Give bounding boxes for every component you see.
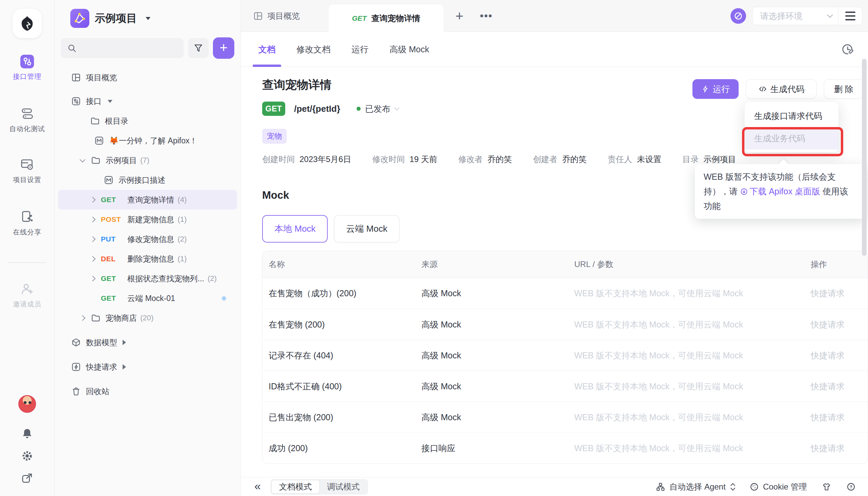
doc-tab-label: 修改文档 [297, 44, 330, 55]
tab-cloud-mock[interactable]: 云端 Mock [334, 215, 399, 243]
quick-request-link[interactable]: 快捷请求 [803, 350, 868, 361]
filter-button[interactable] [188, 38, 208, 58]
chevron-icon[interactable] [89, 257, 101, 261]
chevron-icon[interactable] [89, 198, 101, 202]
cookie-icon [749, 482, 759, 492]
doc-mode-button[interactable]: 文档模式 [271, 480, 319, 494]
scrollbar-thumb[interactable] [862, 59, 867, 256]
tree-item-label: 🦊一分钟，了解 Apifox！ [109, 136, 197, 146]
mock-tabs: 本地 Mock 云端 Mock [262, 215, 868, 243]
search-icon [67, 43, 77, 53]
add-button[interactable]: + [213, 37, 234, 59]
tree-item[interactable]: GET 根据状态查找宠物列... (2) [58, 269, 237, 289]
help-button[interactable]: ? [846, 482, 856, 492]
tree-item[interactable]: 根目录 [58, 111, 237, 131]
tree-item-label: 示例项目 [106, 155, 137, 166]
status-selector[interactable]: 已发布 [357, 103, 399, 114]
quick-request-link[interactable]: 快捷请求 [803, 319, 868, 330]
menu-item-request-code[interactable]: 生成接口请求代码 [745, 105, 838, 127]
rail-item-api-management[interactable]: 接口管理 [0, 54, 54, 81]
chevron-icon[interactable] [79, 316, 91, 320]
sidebar-item-quick-requests[interactable]: 快捷请求 [58, 357, 237, 377]
theme-button[interactable] [822, 482, 831, 492]
quick-request-link[interactable]: 快捷请求 [803, 412, 868, 423]
menu-button[interactable] [838, 7, 862, 25]
meta-label: 责任人 [607, 154, 632, 165]
tree-item-label: 删除宠物信息 [127, 254, 174, 264]
markdown-icon [94, 136, 104, 146]
tab-local-mock[interactable]: 本地 Mock [262, 215, 328, 243]
rail-label: 在线分享 [13, 228, 42, 237]
tshirt-icon [822, 482, 831, 492]
tree-item-label: 查询宠物详情 [127, 195, 174, 205]
chevron-icon[interactable] [89, 237, 101, 241]
meta-value: 19 天前 [410, 154, 437, 165]
doc-tab-label: 运行 [351, 44, 368, 55]
sidebar-item-label: 项目概览 [86, 72, 117, 83]
rail-item-online-share[interactable]: 在线分享 [0, 209, 54, 237]
sidebar-item-overview[interactable]: 项目概览 [58, 67, 237, 87]
tree-item[interactable]: POST 新建宠物信息 (1) [58, 210, 237, 229]
settings-button[interactable] [19, 448, 35, 464]
chevron-icon[interactable] [89, 277, 101, 281]
menu-item-business-code[interactable]: 生成业务代码 [745, 127, 838, 150]
rail-item-auto-test[interactable]: 自动化测试 [0, 106, 54, 134]
export-button[interactable] [19, 470, 35, 486]
doc-tab-label: 高级 Mock [390, 44, 429, 55]
environment-select[interactable]: 请选择环境 [753, 7, 838, 25]
history-button[interactable] [841, 32, 854, 67]
run-button[interactable]: 运行 [692, 79, 739, 99]
chevron-icon[interactable] [79, 159, 91, 162]
delete-button[interactable]: 删 除 [824, 79, 864, 99]
tree-item[interactable]: 示例接口描述 [58, 170, 237, 190]
rail-item-project-settings[interactable]: 项目设置 [0, 157, 54, 185]
doc-tab[interactable]: 修改文档 [294, 32, 333, 67]
user-avatar[interactable] [18, 395, 36, 413]
tab-active-endpoint[interactable]: GET 查询宠物详情 [328, 4, 444, 32]
generate-code-button[interactable]: 生成代码 [746, 79, 817, 99]
tree-item[interactable]: 宠物商店 (20) [58, 308, 237, 328]
tree-item[interactable]: GET 查询宠物详情 (4) [58, 190, 237, 210]
chevron-icon[interactable] [89, 217, 101, 221]
mock-url-placeholder: WEB 版不支持本地 Mock，可使用云端 Mock [568, 319, 803, 330]
api-icon [71, 96, 81, 106]
lightning-icon [701, 85, 709, 93]
status-bar-left: « 文档模式 调试模式 [254, 479, 368, 495]
apifox-logo[interactable] [13, 9, 42, 38]
proxy-status-button[interactable] [730, 8, 746, 24]
collapse-sidebar-button[interactable]: « [254, 480, 261, 492]
search-input[interactable] [61, 38, 184, 58]
history-icon [841, 43, 854, 57]
sidebar-item-api-section[interactable]: 接口 [58, 91, 237, 111]
doc-tab[interactable]: 高级 Mock [387, 32, 432, 67]
new-tab-button[interactable]: + [449, 0, 470, 32]
tree-item[interactable]: DEL 删除宠物信息 (1) [58, 249, 237, 269]
sidebar-item-recycle-bin[interactable]: 回收站 [58, 382, 237, 401]
tree-item[interactable]: PUT 修改宠物信息 (2) [58, 229, 237, 249]
environment-placeholder: 请选择环境 [760, 11, 803, 22]
mock-table-header: 名称 来源 URL / 参数 操作 [263, 251, 868, 278]
method-badge: PUT [101, 235, 127, 243]
rail-item-invite-member[interactable]: 邀请成员 [0, 281, 54, 309]
tab-more-button[interactable]: ••• [474, 0, 498, 32]
doc-tab[interactable]: 运行 [349, 32, 371, 67]
download-desktop-link[interactable]: 下载 Apifox 桌面版 [740, 186, 820, 196]
tab-project-overview[interactable]: 项目概览 [253, 0, 300, 32]
tree-item[interactable]: 示例项目 (7) [58, 151, 237, 170]
quick-request-link[interactable]: 快捷请求 [803, 443, 868, 454]
rail-label: 项目设置 [13, 175, 42, 185]
tree-item[interactable]: 🦊一分钟，了解 Apifox！ [58, 131, 237, 151]
quick-request-link[interactable]: 快捷请求 [803, 288, 868, 299]
agent-icon [656, 482, 665, 492]
tree-item[interactable]: GET 云端 Mock-01 [58, 289, 237, 308]
tag-badge[interactable]: 宠物 [262, 129, 287, 144]
cookie-manager[interactable]: Cookie 管理 [749, 481, 807, 492]
debug-mode-button[interactable]: 调试模式 [319, 480, 367, 494]
sidebar-item-data-models[interactable]: 数据模型 [58, 332, 237, 352]
plus-icon: + [220, 41, 227, 55]
agent-selector[interactable]: 自动选择 Agent [656, 481, 734, 492]
project-switcher[interactable]: 示例项目 [55, 0, 240, 28]
doc-tab[interactable]: 文档 [256, 32, 278, 67]
notifications-button[interactable] [19, 425, 35, 441]
quick-request-link[interactable]: 快捷请求 [803, 381, 868, 392]
